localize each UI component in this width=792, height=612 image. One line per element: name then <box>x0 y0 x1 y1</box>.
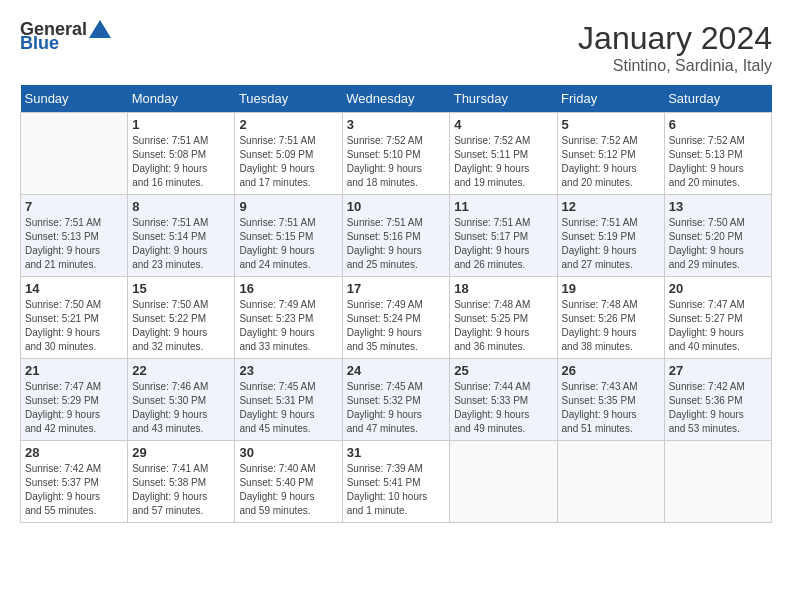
day-info: Sunrise: 7:40 AM Sunset: 5:40 PM Dayligh… <box>239 462 337 518</box>
calendar-cell <box>557 441 664 523</box>
calendar-cell: 15Sunrise: 7:50 AM Sunset: 5:22 PM Dayli… <box>128 277 235 359</box>
day-number: 25 <box>454 363 552 378</box>
day-info: Sunrise: 7:45 AM Sunset: 5:31 PM Dayligh… <box>239 380 337 436</box>
day-number: 17 <box>347 281 446 296</box>
day-info: Sunrise: 7:47 AM Sunset: 5:29 PM Dayligh… <box>25 380 123 436</box>
day-number: 14 <box>25 281 123 296</box>
calendar-cell: 7Sunrise: 7:51 AM Sunset: 5:13 PM Daylig… <box>21 195 128 277</box>
day-number: 10 <box>347 199 446 214</box>
calendar-cell: 28Sunrise: 7:42 AM Sunset: 5:37 PM Dayli… <box>21 441 128 523</box>
day-number: 3 <box>347 117 446 132</box>
day-info: Sunrise: 7:51 AM Sunset: 5:15 PM Dayligh… <box>239 216 337 272</box>
calendar-cell <box>450 441 557 523</box>
calendar-cell: 13Sunrise: 7:50 AM Sunset: 5:20 PM Dayli… <box>664 195 771 277</box>
header-row: SundayMondayTuesdayWednesdayThursdayFrid… <box>21 85 772 113</box>
day-info: Sunrise: 7:50 AM Sunset: 5:22 PM Dayligh… <box>132 298 230 354</box>
calendar-cell: 22Sunrise: 7:46 AM Sunset: 5:30 PM Dayli… <box>128 359 235 441</box>
calendar-cell: 14Sunrise: 7:50 AM Sunset: 5:21 PM Dayli… <box>21 277 128 359</box>
svg-marker-0 <box>89 20 111 38</box>
day-number: 22 <box>132 363 230 378</box>
day-info: Sunrise: 7:50 AM Sunset: 5:20 PM Dayligh… <box>669 216 767 272</box>
day-info: Sunrise: 7:42 AM Sunset: 5:36 PM Dayligh… <box>669 380 767 436</box>
day-info: Sunrise: 7:39 AM Sunset: 5:41 PM Dayligh… <box>347 462 446 518</box>
calendar-cell: 19Sunrise: 7:48 AM Sunset: 5:26 PM Dayli… <box>557 277 664 359</box>
calendar-cell: 23Sunrise: 7:45 AM Sunset: 5:31 PM Dayli… <box>235 359 342 441</box>
day-number: 16 <box>239 281 337 296</box>
day-number: 7 <box>25 199 123 214</box>
col-header-friday: Friday <box>557 85 664 113</box>
calendar-cell: 16Sunrise: 7:49 AM Sunset: 5:23 PM Dayli… <box>235 277 342 359</box>
calendar-cell: 27Sunrise: 7:42 AM Sunset: 5:36 PM Dayli… <box>664 359 771 441</box>
calendar-cell: 17Sunrise: 7:49 AM Sunset: 5:24 PM Dayli… <box>342 277 450 359</box>
day-info: Sunrise: 7:48 AM Sunset: 5:26 PM Dayligh… <box>562 298 660 354</box>
calendar-cell: 12Sunrise: 7:51 AM Sunset: 5:19 PM Dayli… <box>557 195 664 277</box>
day-info: Sunrise: 7:50 AM Sunset: 5:21 PM Dayligh… <box>25 298 123 354</box>
day-info: Sunrise: 7:52 AM Sunset: 5:13 PM Dayligh… <box>669 134 767 190</box>
calendar-cell: 31Sunrise: 7:39 AM Sunset: 5:41 PM Dayli… <box>342 441 450 523</box>
day-number: 2 <box>239 117 337 132</box>
day-number: 23 <box>239 363 337 378</box>
calendar-cell: 10Sunrise: 7:51 AM Sunset: 5:16 PM Dayli… <box>342 195 450 277</box>
day-info: Sunrise: 7:51 AM Sunset: 5:17 PM Dayligh… <box>454 216 552 272</box>
day-number: 6 <box>669 117 767 132</box>
day-number: 28 <box>25 445 123 460</box>
col-header-saturday: Saturday <box>664 85 771 113</box>
title-area: January 2024 Stintino, Sardinia, Italy <box>578 20 772 75</box>
day-info: Sunrise: 7:51 AM Sunset: 5:09 PM Dayligh… <box>239 134 337 190</box>
day-number: 13 <box>669 199 767 214</box>
day-info: Sunrise: 7:51 AM Sunset: 5:13 PM Dayligh… <box>25 216 123 272</box>
day-info: Sunrise: 7:52 AM Sunset: 5:11 PM Dayligh… <box>454 134 552 190</box>
calendar-cell <box>664 441 771 523</box>
day-number: 20 <box>669 281 767 296</box>
calendar-cell: 11Sunrise: 7:51 AM Sunset: 5:17 PM Dayli… <box>450 195 557 277</box>
day-number: 1 <box>132 117 230 132</box>
day-number: 21 <box>25 363 123 378</box>
calendar-cell: 24Sunrise: 7:45 AM Sunset: 5:32 PM Dayli… <box>342 359 450 441</box>
calendar-cell <box>21 113 128 195</box>
day-number: 24 <box>347 363 446 378</box>
day-number: 11 <box>454 199 552 214</box>
day-info: Sunrise: 7:49 AM Sunset: 5:24 PM Dayligh… <box>347 298 446 354</box>
day-info: Sunrise: 7:47 AM Sunset: 5:27 PM Dayligh… <box>669 298 767 354</box>
logo-icon <box>89 20 111 38</box>
week-row: 1Sunrise: 7:51 AM Sunset: 5:08 PM Daylig… <box>21 113 772 195</box>
day-number: 29 <box>132 445 230 460</box>
day-info: Sunrise: 7:43 AM Sunset: 5:35 PM Dayligh… <box>562 380 660 436</box>
day-info: Sunrise: 7:49 AM Sunset: 5:23 PM Dayligh… <box>239 298 337 354</box>
calendar-cell: 20Sunrise: 7:47 AM Sunset: 5:27 PM Dayli… <box>664 277 771 359</box>
day-number: 27 <box>669 363 767 378</box>
day-number: 8 <box>132 199 230 214</box>
calendar-cell: 9Sunrise: 7:51 AM Sunset: 5:15 PM Daylig… <box>235 195 342 277</box>
day-info: Sunrise: 7:41 AM Sunset: 5:38 PM Dayligh… <box>132 462 230 518</box>
day-number: 26 <box>562 363 660 378</box>
calendar-cell: 6Sunrise: 7:52 AM Sunset: 5:13 PM Daylig… <box>664 113 771 195</box>
day-number: 4 <box>454 117 552 132</box>
day-number: 9 <box>239 199 337 214</box>
calendar-cell: 5Sunrise: 7:52 AM Sunset: 5:12 PM Daylig… <box>557 113 664 195</box>
week-row: 7Sunrise: 7:51 AM Sunset: 5:13 PM Daylig… <box>21 195 772 277</box>
month-title: January 2024 <box>578 20 772 57</box>
logo: General Blue <box>20 20 111 52</box>
col-header-sunday: Sunday <box>21 85 128 113</box>
day-number: 12 <box>562 199 660 214</box>
day-info: Sunrise: 7:42 AM Sunset: 5:37 PM Dayligh… <box>25 462 123 518</box>
calendar-cell: 30Sunrise: 7:40 AM Sunset: 5:40 PM Dayli… <box>235 441 342 523</box>
calendar-cell: 2Sunrise: 7:51 AM Sunset: 5:09 PM Daylig… <box>235 113 342 195</box>
calendar-table: SundayMondayTuesdayWednesdayThursdayFrid… <box>20 85 772 523</box>
day-number: 31 <box>347 445 446 460</box>
week-row: 21Sunrise: 7:47 AM Sunset: 5:29 PM Dayli… <box>21 359 772 441</box>
header: General Blue January 2024 Stintino, Sard… <box>20 20 772 75</box>
col-header-wednesday: Wednesday <box>342 85 450 113</box>
day-number: 18 <box>454 281 552 296</box>
calendar-cell: 18Sunrise: 7:48 AM Sunset: 5:25 PM Dayli… <box>450 277 557 359</box>
day-info: Sunrise: 7:51 AM Sunset: 5:16 PM Dayligh… <box>347 216 446 272</box>
day-info: Sunrise: 7:52 AM Sunset: 5:10 PM Dayligh… <box>347 134 446 190</box>
day-info: Sunrise: 7:52 AM Sunset: 5:12 PM Dayligh… <box>562 134 660 190</box>
day-number: 5 <box>562 117 660 132</box>
location-title: Stintino, Sardinia, Italy <box>578 57 772 75</box>
calendar-cell: 1Sunrise: 7:51 AM Sunset: 5:08 PM Daylig… <box>128 113 235 195</box>
day-info: Sunrise: 7:51 AM Sunset: 5:14 PM Dayligh… <box>132 216 230 272</box>
week-row: 28Sunrise: 7:42 AM Sunset: 5:37 PM Dayli… <box>21 441 772 523</box>
logo-blue: Blue <box>20 34 59 52</box>
calendar-cell: 25Sunrise: 7:44 AM Sunset: 5:33 PM Dayli… <box>450 359 557 441</box>
